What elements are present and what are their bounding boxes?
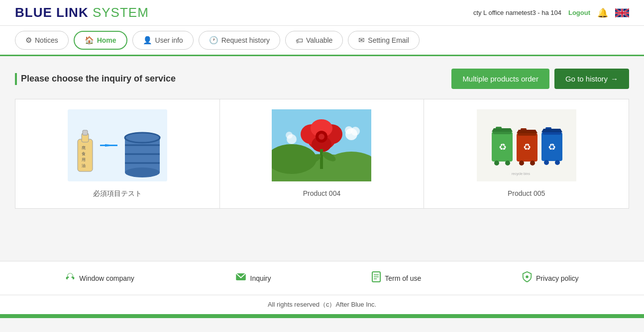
nav-notices[interactable]: ⚙ Notices: [15, 31, 69, 50]
svg-text:用: 用: [82, 158, 86, 162]
svg-point-51: [530, 161, 535, 166]
svg-text:♻: ♻: [548, 142, 556, 152]
footer-inquiry[interactable]: Inquiry: [235, 271, 271, 285]
nav-notices-label: Notices: [35, 36, 58, 44]
svg-point-57: [544, 160, 549, 165]
logo-blue: BLUE LINK: [15, 5, 89, 20]
product-card-3[interactable]: ♻ ♻ ♻: [424, 99, 629, 208]
footer-term-of-use[interactable]: Term of use: [372, 271, 421, 285]
header-right: cty L office nametest3 - ha 104 Logout 🔔: [473, 7, 629, 18]
arrow-right-icon: →: [611, 75, 618, 83]
nav-request-history[interactable]: 🕐 Request history: [199, 31, 280, 50]
top-bar: Please choose the inquiry of service Mul…: [15, 69, 629, 89]
svg-point-36: [286, 132, 293, 139]
svg-text:♻: ♻: [499, 142, 507, 152]
term-of-use-label: Term of use: [385, 274, 421, 282]
svg-point-58: [555, 160, 560, 165]
logout-button[interactable]: Logout: [568, 9, 590, 16]
gear-icon: ⚙: [25, 36, 32, 45]
product-card-1[interactable]: 廃 食 用 油: [15, 99, 220, 208]
multiple-products-order-button[interactable]: Multiple products order: [451, 69, 549, 89]
product-image-2: [272, 109, 371, 181]
tag-icon: 🏷: [296, 36, 303, 45]
svg-point-67: [526, 275, 529, 278]
footer-window-company[interactable]: Window company: [65, 271, 134, 285]
svg-rect-10: [100, 145, 117, 146]
bottom-green-bar: [0, 314, 644, 318]
nav-user-info-label: User info: [155, 36, 183, 44]
product-3-illustration: ♻ ♻ ♻: [477, 109, 576, 181]
svg-point-43: [494, 161, 499, 166]
svg-text:廃: 廃: [82, 146, 86, 150]
history-icon: 🕐: [209, 36, 218, 45]
svg-text:recycle bins: recycle bins: [512, 172, 530, 176]
footer-privacy-policy[interactable]: Privacy policy: [522, 271, 579, 285]
heading-bar-decoration: [15, 73, 17, 85]
svg-marker-55: [541, 129, 562, 132]
product-grid: 廃 食 用 油: [15, 99, 629, 209]
svg-marker-48: [517, 130, 537, 133]
home-icon: 🏠: [85, 36, 94, 45]
document-icon: [372, 271, 381, 285]
navigation: ⚙ Notices 🏠 Home 👤 User info 🕐 Request h…: [0, 26, 644, 56]
svg-text:油: 油: [82, 164, 86, 168]
svg-rect-4: [83, 130, 88, 135]
svg-text:♻: ♻: [523, 142, 531, 152]
svg-point-34: [351, 127, 360, 136]
footer-links: Window company Inquiry Term of use: [0, 261, 644, 295]
privacy-policy-label: Privacy policy: [536, 274, 579, 282]
headset-icon: [65, 272, 75, 284]
email-icon: ✉: [358, 36, 365, 45]
svg-point-44: [505, 161, 510, 166]
product-label-2: Product 004: [303, 189, 341, 197]
nav-setting-email[interactable]: ✉ Setting Email: [348, 31, 419, 50]
notification-bell-icon[interactable]: 🔔: [597, 7, 608, 18]
nav-home-label: Home: [97, 36, 116, 44]
product-card-2[interactable]: Product 004: [220, 99, 425, 208]
svg-point-50: [519, 161, 524, 166]
product-2-illustration: [272, 109, 371, 181]
svg-point-60: [67, 276, 69, 278]
svg-point-28: [319, 134, 324, 140]
nav-home[interactable]: 🏠 Home: [74, 31, 127, 50]
page-heading: Please choose the inquiry of service: [15, 73, 176, 85]
svg-rect-29: [320, 149, 323, 169]
top-buttons: Multiple products order Go to history →: [451, 69, 629, 89]
shield-icon: [522, 271, 532, 285]
nav-request-history-label: Request history: [221, 36, 270, 44]
nav-user-info[interactable]: 👤 User info: [132, 31, 194, 50]
main-content: Please choose the inquiry of service Mul…: [0, 56, 644, 221]
product-label-1: 必須項目テスト: [93, 189, 142, 198]
svg-point-13: [125, 167, 160, 177]
logo: BLUE LINK SYSTEM: [15, 5, 149, 20]
nav-setting-email-label: Setting Email: [368, 36, 409, 44]
footer-copyright: All rights reserved（c）After Blue Inc.: [0, 295, 644, 314]
inquiry-label: Inquiry: [250, 274, 271, 282]
product-image-1: 廃 食 用 油: [68, 109, 167, 181]
window-company-label: Window company: [79, 274, 134, 282]
product-1-illustration: 廃 食 用 油: [68, 109, 167, 181]
inquiry-email-icon: [235, 273, 246, 283]
product-image-3: ♻ ♻ ♻: [477, 109, 576, 181]
page-title: Please choose the inquiry of service: [21, 74, 176, 84]
go-to-history-button[interactable]: Go to history →: [554, 69, 629, 89]
copyright-text: All rights reserved（c）After Blue Inc.: [268, 301, 376, 308]
nav-valuable-label: Valuable: [306, 36, 332, 44]
svg-point-61: [72, 276, 73, 278]
svg-text:食: 食: [82, 152, 86, 156]
logo-system: SYSTEM: [89, 5, 149, 20]
go-to-history-label: Go to history: [565, 75, 608, 83]
header: BLUE LINK SYSTEM cty L office nametest3 …: [0, 0, 644, 26]
language-flag-icon[interactable]: [615, 8, 629, 17]
nav-valuable[interactable]: 🏷 Valuable: [285, 31, 343, 50]
svg-marker-41: [492, 128, 513, 132]
product-label-3: Product 005: [508, 189, 545, 197]
user-icon: 👤: [143, 36, 152, 45]
header-user-info: cty L office nametest3 - ha 104: [473, 9, 561, 16]
